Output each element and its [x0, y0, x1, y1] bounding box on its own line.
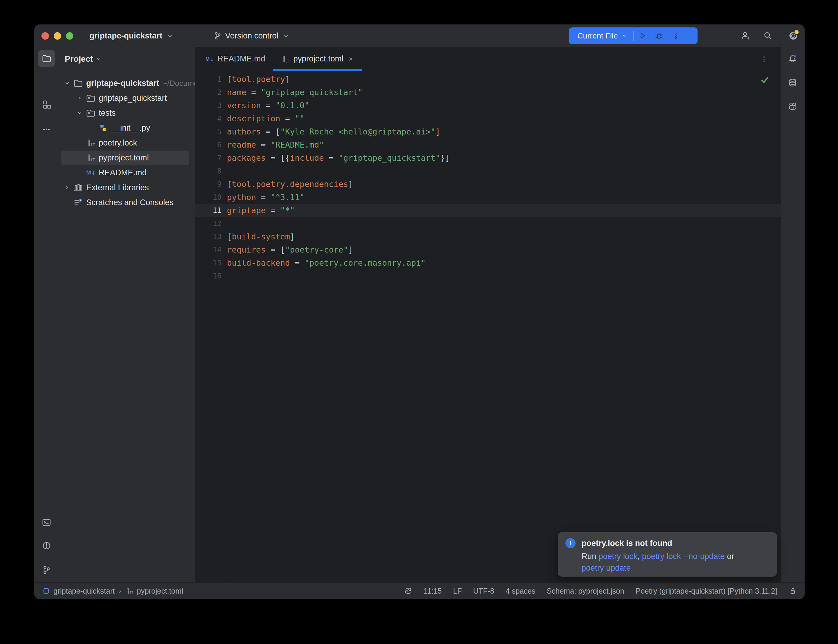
- line-number-2[interactable]: 2: [195, 86, 222, 99]
- status-widgets: 11:15LFUTF-84 spacesSchema: pyproject.js…: [404, 583, 797, 599]
- line-number-3[interactable]: 3: [195, 99, 222, 112]
- notification-link-poetry-lock-no-update[interactable]: poetry lock --no-update: [642, 552, 725, 561]
- more-run-options-button[interactable]: [667, 28, 684, 44]
- tree-item-external-libraries[interactable]: External Libraries: [59, 180, 195, 195]
- tree-item-scratches-and-consoles[interactable]: Scratches and Consoles: [59, 195, 195, 210]
- notification-balloon[interactable]: i poetry.lock is not found Run poetry lo…: [558, 532, 777, 577]
- add-user-button[interactable]: [741, 31, 751, 41]
- status-schema-pyproject-json[interactable]: Schema: pyproject.json: [547, 587, 624, 595]
- zoom-window-button[interactable]: [66, 32, 73, 39]
- notification-title: poetry.lock is not found: [582, 539, 672, 548]
- code-line-3[interactable]: version = "0.1.0": [227, 99, 781, 112]
- line-number-13[interactable]: 13: [195, 230, 222, 243]
- window-controls: [41, 25, 73, 47]
- status-4-spaces[interactable]: 4 spaces: [506, 587, 535, 595]
- structure-tool-button[interactable]: [38, 96, 55, 113]
- editor-area[interactable]: M↓README.md[T]pyproject.toml 1[tool.poet…: [195, 47, 781, 582]
- library-icon: [73, 182, 83, 192]
- ai-assistant-tool-button[interactable]: [784, 98, 801, 115]
- kebab-icon: [759, 54, 769, 64]
- tree-item-poetry-lock[interactable]: [T]poetry.lock: [59, 135, 195, 150]
- code-line-8[interactable]: [227, 164, 781, 178]
- close-tab-button[interactable]: [347, 56, 354, 62]
- breadcrumb-griptape-quickstart[interactable]: griptape-quickstart: [42, 587, 115, 595]
- code-line-15[interactable]: build-backend = "poetry.core.masonry.api…: [227, 256, 781, 269]
- title-bar: griptape-quickstart Version control Curr…: [34, 25, 805, 47]
- line-number-16[interactable]: 16: [195, 269, 222, 283]
- tree-item-readme-md[interactable]: M↓README.md: [59, 165, 195, 180]
- settings-button[interactable]: [788, 31, 799, 41]
- ai-assistant-status-button[interactable]: [404, 587, 412, 595]
- code-line-16[interactable]: [227, 269, 781, 283]
- line-number-4[interactable]: 4: [195, 112, 222, 125]
- minimize-window-button[interactable]: [54, 32, 61, 39]
- tree-item-griptape-quickstart[interactable]: griptape-quickstart~/Docume: [59, 76, 195, 90]
- bug-icon: [654, 31, 664, 41]
- expand-toggle[interactable]: [74, 90, 85, 105]
- line-number-8[interactable]: 8: [195, 164, 222, 178]
- run-button[interactable]: [634, 28, 651, 44]
- code-line-9[interactable]: [tool.poetry.dependencies]: [227, 178, 781, 191]
- code-line-6[interactable]: readme = "README.md": [227, 138, 781, 151]
- code-line-10[interactable]: python = "^3.11": [227, 191, 781, 204]
- line-number-1[interactable]: 1: [195, 73, 222, 86]
- project-panel-header[interactable]: Project: [59, 47, 195, 71]
- notification-text: ,: [638, 552, 642, 561]
- line-number-5[interactable]: 5: [195, 125, 222, 138]
- status-poetry-griptape-quickstart-python-3-11-2[interactable]: Poetry (griptape-quickstart) [Python 3.1…: [636, 587, 777, 595]
- status-11-15[interactable]: 11:15: [424, 587, 442, 595]
- code-line-12[interactable]: [227, 217, 781, 230]
- line-number-6[interactable]: 6: [195, 138, 222, 151]
- add-user-icon: [741, 31, 751, 41]
- tree-item-init-py[interactable]: __init__.py: [59, 120, 195, 135]
- line-number-7[interactable]: 7: [195, 151, 222, 164]
- tree-item-label: External Libraries: [86, 183, 149, 192]
- code-line-4[interactable]: description = "": [227, 112, 781, 125]
- breadcrumb-pyproject-toml[interactable]: [T]pyproject.toml: [126, 587, 183, 595]
- notification-link-poetry-update[interactable]: poetry update: [582, 564, 631, 572]
- code-line-5[interactable]: authors = ["Kyle Roche <hello@griptape.a…: [227, 125, 781, 138]
- notification-link-poetry-lock[interactable]: poetry lock: [598, 552, 638, 561]
- line-number-10[interactable]: 10: [195, 191, 222, 204]
- status-utf-8[interactable]: UTF-8: [473, 587, 494, 595]
- git-tool-button[interactable]: [38, 562, 55, 579]
- status-lf[interactable]: LF: [453, 587, 462, 595]
- code-line-2[interactable]: name = "griptape-quickstart": [227, 86, 781, 99]
- problems-tool-button[interactable]: [38, 537, 55, 554]
- lock-open-button[interactable]: [789, 587, 797, 595]
- tree-item-griptape-quickstart[interactable]: griptape_quickstart: [59, 90, 195, 105]
- project-menu[interactable]: griptape-quickstart: [89, 25, 174, 47]
- line-number-14[interactable]: 14: [195, 243, 222, 256]
- project-tool-button[interactable]: [38, 50, 55, 67]
- code-line-7[interactable]: packages = [{include = "griptape_quickst…: [227, 151, 781, 164]
- tab-options-button[interactable]: [758, 53, 770, 65]
- python-icon: [98, 123, 108, 133]
- search-everywhere-button[interactable]: [763, 31, 773, 41]
- code-line-13[interactable]: [build-system]: [227, 230, 781, 243]
- close-window-button[interactable]: [41, 32, 49, 39]
- tree-item-tests[interactable]: tests: [59, 105, 195, 120]
- line-number-15[interactable]: 15: [195, 256, 222, 269]
- line-number-12[interactable]: 12: [195, 217, 222, 230]
- status-bar: griptape-quickstart›[T]pyproject.toml 11…: [34, 582, 805, 599]
- run-config-selector[interactable]: Current File: [569, 31, 633, 41]
- tree-item-pyproject-toml[interactable]: [T]pyproject.toml: [59, 150, 195, 165]
- vcs-menu[interactable]: Version control: [213, 25, 291, 47]
- notifications-button[interactable]: [784, 50, 801, 68]
- more-tools-button[interactable]: [38, 121, 55, 138]
- line-number-11[interactable]: 11: [195, 204, 222, 217]
- code-line-1[interactable]: [tool.poetry]: [227, 73, 781, 86]
- code-line-11[interactable]: griptape = "*": [227, 204, 781, 217]
- tab-readme-md[interactable]: M↓README.md: [197, 47, 273, 71]
- expand-toggle[interactable]: [61, 76, 73, 90]
- database-tool-button[interactable]: [784, 74, 801, 91]
- line-number-9[interactable]: 9: [195, 178, 222, 191]
- code-line-14[interactable]: requires = ["poetry-core"]: [227, 243, 781, 256]
- tab-pyproject-toml[interactable]: [T]pyproject.toml: [273, 47, 362, 71]
- expand-toggle[interactable]: [74, 105, 85, 120]
- terminal-tool-button[interactable]: [38, 514, 55, 531]
- expand-toggle[interactable]: [61, 180, 73, 195]
- inspection-ok-check-icon[interactable]: [759, 74, 770, 85]
- svg-text:↓: ↓: [210, 57, 214, 62]
- debug-button[interactable]: [651, 28, 667, 44]
